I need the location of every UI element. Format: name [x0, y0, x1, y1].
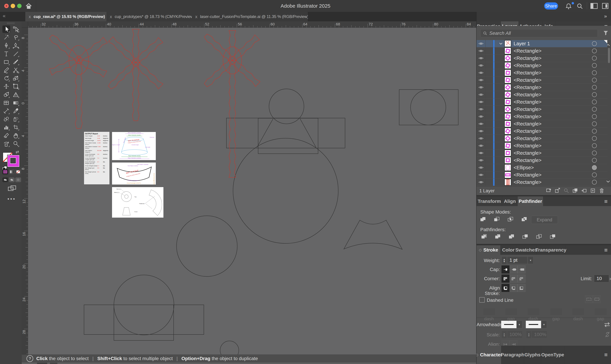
cap-round-button[interactable]	[509, 265, 518, 273]
tool-pen[interactable]	[2, 42, 10, 49]
artwork-shape[interactable]	[344, 220, 402, 249]
collapse-right-icon[interactable]: »	[604, 13, 607, 19]
layer-thumbnail[interactable]	[505, 99, 511, 105]
panel-switcher-icon[interactable]	[601, 3, 609, 9]
layer-row[interactable]: Layer 1	[477, 40, 607, 47]
alignstroke-inside-button[interactable]	[509, 284, 518, 292]
tab-swatches[interactable]: Swatches	[516, 245, 536, 255]
layer-target-circle[interactable]	[592, 100, 597, 104]
layer-row[interactable]: <Ellipse>	[477, 164, 607, 171]
corner-miter-button[interactable]	[502, 275, 509, 283]
close-window-button[interactable]	[4, 4, 9, 8]
layer-name[interactable]: <Rectangle>	[514, 85, 541, 90]
tab-transform[interactable]: Transform	[477, 196, 502, 206]
layer-target-circle[interactable]	[592, 63, 597, 68]
expand-button[interactable]: Expand	[531, 216, 558, 224]
visibility-toggle[interactable]	[477, 135, 486, 142]
laser-flake-shape[interactable]	[204, 30, 260, 177]
tool-measure[interactable]	[2, 107, 10, 115]
layer-target-circle[interactable]	[592, 165, 597, 170]
layer-thumbnail[interactable]	[505, 113, 511, 120]
swap-arrowheads-icon[interactable]	[604, 322, 611, 328]
layer-target-circle[interactable]	[592, 78, 597, 82]
corner-bevel-button[interactable]	[518, 275, 525, 283]
panel-collapse-icon[interactable]: ◇	[479, 248, 482, 252]
lock-toggle[interactable]	[486, 157, 493, 164]
search-icon[interactable]	[576, 3, 583, 10]
weight-control[interactable]: ▲▼ 1 pt ▾	[502, 257, 533, 264]
pathfinder-divide-button[interactable]	[481, 234, 487, 239]
visibility-toggle[interactable]	[477, 47, 486, 54]
tab-color[interactable]: Color	[501, 245, 516, 255]
layer-target-circle[interactable]	[592, 56, 597, 61]
layer-name[interactable]: Layer 1	[514, 41, 530, 46]
layer-name[interactable]: <Rectangle>	[514, 128, 541, 134]
arrowhead-start-dropdown-icon[interactable]: ▾	[517, 321, 522, 328]
layer-name[interactable]: <Rectangle>	[514, 150, 541, 156]
panel-menu-icon[interactable]: ≡	[604, 247, 608, 253]
layer-thumbnail[interactable]	[505, 150, 511, 156]
draw-normal-button[interactable]	[2, 177, 8, 182]
lock-toggle[interactable]	[486, 98, 493, 105]
tab-character[interactable]: ◇Character	[477, 346, 501, 364]
visibility-toggle[interactable]	[477, 69, 486, 76]
layer-target-circle[interactable]	[592, 158, 597, 163]
lock-toggle[interactable]	[486, 113, 493, 120]
tool-selection[interactable]	[2, 26, 10, 33]
flat-pattern-image[interactable]: Flat Pattern OutsRad Flat Pattern InsRad…	[112, 162, 156, 184]
layer-row[interactable]: <Rectangle>	[477, 128, 607, 135]
pathfinder-crop-button[interactable]	[522, 234, 528, 239]
tool-paintbrush[interactable]	[12, 58, 20, 66]
lock-toggle[interactable]	[486, 106, 493, 113]
search-input[interactable]: Search All	[480, 29, 598, 37]
corner-round-button[interactable]	[509, 275, 518, 283]
layer-thumbnail[interactable]	[505, 84, 511, 91]
layer-row[interactable]: <Rectangle>	[477, 98, 607, 106]
lock-toggle[interactable]	[486, 84, 493, 91]
vertical-ruler[interactable]: 840481216202428	[22, 27, 28, 364]
visibility-toggle[interactable]	[477, 84, 486, 91]
layer-thumbnail[interactable]	[505, 40, 511, 47]
layer-name[interactable]: <Ellipse>	[514, 165, 534, 170]
lock-toggle[interactable]	[486, 149, 493, 156]
layer-thumbnail[interactable]	[505, 164, 511, 171]
layer-target-circle[interactable]	[592, 49, 597, 53]
layer-name[interactable]: <Rectangle>	[514, 70, 541, 76]
layer-row[interactable]: <Rectangle>	[477, 91, 607, 98]
layer-thumbnail[interactable]	[505, 62, 511, 69]
layer-row[interactable]: <Rectangle>	[477, 120, 607, 128]
artwork-shape[interactable]	[399, 90, 458, 125]
lock-toggle[interactable]	[486, 164, 493, 171]
minimize-window-button[interactable]	[11, 4, 15, 8]
layer-row[interactable]: <Rectangle>	[477, 142, 607, 149]
cone-diagram-image[interactable]: Minor Diameter (outside) Minor Diameter …	[112, 132, 156, 160]
alignstroke-outside-button[interactable]	[518, 284, 525, 292]
artwork-shape[interactable]	[257, 119, 273, 147]
visibility-toggle[interactable]	[477, 120, 486, 127]
layer-name[interactable]: <Rectangle>	[514, 114, 541, 119]
layer-row[interactable]: <Rectangle>	[477, 62, 607, 69]
arrowhead-end-preview[interactable]	[526, 321, 541, 328]
shape-mode-unite-button[interactable]	[480, 216, 486, 222]
tool-shape-builder[interactable]	[2, 91, 10, 98]
visibility-toggle[interactable]	[477, 149, 486, 156]
tool-scissors[interactable]	[12, 66, 20, 74]
artwork-shape[interactable]	[258, 118, 318, 154]
tool-rotate[interactable]	[2, 75, 10, 82]
collect-export-icon[interactable]	[546, 188, 552, 194]
layer-name[interactable]: <Rectangle>	[514, 92, 541, 98]
layer-thumbnail[interactable]	[505, 135, 511, 142]
layer-row[interactable]: <Rectangle>	[477, 55, 607, 62]
visibility-toggle[interactable]	[477, 91, 486, 98]
tab-opentype[interactable]: OpenType	[541, 346, 564, 364]
tool-gradient[interactable]	[12, 99, 20, 106]
visibility-toggle[interactable]	[477, 171, 486, 178]
layer-thumbnail[interactable]	[505, 91, 511, 98]
tool-mesh[interactable]	[2, 99, 10, 106]
weight-stepper[interactable]: ▲▼	[502, 257, 507, 264]
arrowhead-end-control[interactable]: ▾	[526, 321, 547, 328]
lock-toggle[interactable]	[486, 69, 493, 76]
tab-glyphs[interactable]: Glyphs	[524, 346, 541, 364]
tool-eyedropper[interactable]	[12, 107, 20, 115]
visibility-toggle[interactable]	[477, 62, 486, 69]
